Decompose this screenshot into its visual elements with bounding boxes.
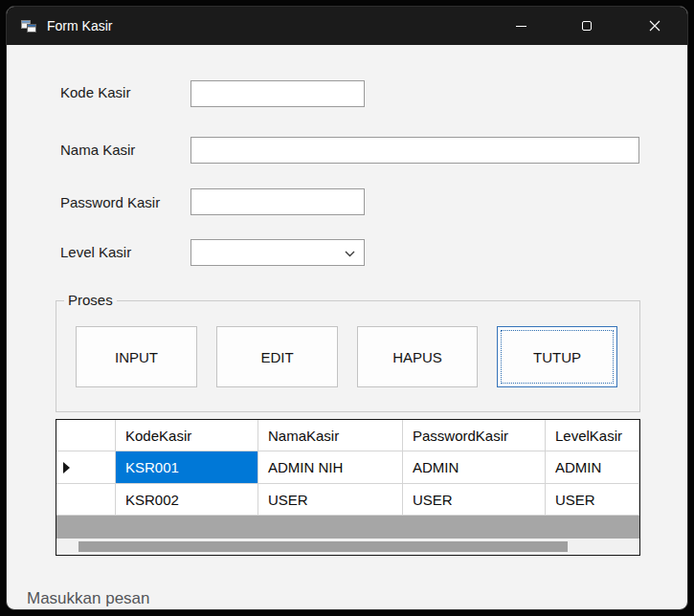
grid-cell[interactable]: USER bbox=[403, 484, 546, 516]
grid-row-header[interactable] bbox=[56, 484, 116, 516]
input-button[interactable]: INPUT bbox=[76, 326, 197, 387]
titlebar[interactable]: Form Kasir bbox=[7, 7, 687, 45]
grid-header-passwordkasir[interactable]: PasswordKasir bbox=[403, 420, 546, 451]
grid-corner-cell[interactable] bbox=[56, 420, 116, 451]
app-window: Form Kasir Kode Kasir Nama Kasir Passwor… bbox=[6, 6, 688, 610]
grid-horizontal-scrollbar[interactable] bbox=[56, 539, 639, 555]
grid-header-kodekasir[interactable]: KodeKasir bbox=[116, 420, 258, 451]
minimize-icon bbox=[516, 26, 526, 27]
kode-kasir-label: Kode Kasir bbox=[60, 84, 130, 101]
minimize-button[interactable] bbox=[499, 7, 543, 45]
grid-cell[interactable]: ADMIN bbox=[546, 451, 639, 484]
background-message-text: Masukkan pesan bbox=[27, 589, 150, 608]
tutup-button[interactable]: TUTUP bbox=[497, 326, 617, 387]
grid-header-namakasir[interactable]: NamaKasir bbox=[258, 420, 403, 451]
level-kasir-label: Level Kasir bbox=[60, 244, 131, 261]
maximize-button[interactable] bbox=[565, 7, 609, 45]
grid-row: KSR002 USER USER USER bbox=[56, 484, 639, 516]
kode-kasir-input[interactable] bbox=[190, 80, 365, 107]
grid-cell-selected[interactable]: KSR001 bbox=[116, 451, 258, 484]
password-kasir-label: Password Kasir bbox=[60, 194, 160, 211]
nama-kasir-input[interactable] bbox=[190, 137, 639, 164]
maximize-icon bbox=[582, 21, 592, 31]
grid-cell[interactable]: USER bbox=[258, 484, 403, 516]
grid-row: KSR001 ADMIN NIH ADMIN ADMIN bbox=[56, 451, 639, 484]
grid-cell[interactable]: ADMIN NIH bbox=[258, 451, 403, 484]
grid-header-row: KodeKasir NamaKasir PasswordKasir LevelK… bbox=[56, 420, 639, 451]
level-kasir-combobox[interactable] bbox=[190, 239, 365, 266]
grid-row-header-current[interactable] bbox=[56, 451, 116, 484]
app-icon bbox=[20, 16, 37, 33]
close-icon bbox=[649, 20, 660, 32]
grid-cell[interactable]: USER bbox=[546, 484, 639, 516]
hapus-button[interactable]: HAPUS bbox=[357, 326, 478, 387]
kasir-data-grid: KodeKasir NamaKasir PasswordKasir LevelK… bbox=[56, 419, 640, 556]
password-kasir-input[interactable] bbox=[190, 188, 365, 215]
nama-kasir-label: Nama Kasir bbox=[60, 142, 135, 159]
grid-header-levelkasir[interactable]: LevelKasir bbox=[546, 420, 639, 451]
proses-groupbox-title: Proses bbox=[64, 292, 117, 308]
edit-button[interactable]: EDIT bbox=[216, 326, 338, 387]
current-row-arrow-icon bbox=[62, 462, 71, 473]
chevron-down-icon[interactable] bbox=[345, 251, 355, 257]
close-button[interactable] bbox=[633, 7, 677, 45]
grid-cell[interactable]: KSR002 bbox=[116, 484, 258, 516]
window-title: Form Kasir bbox=[47, 18, 112, 33]
grid-cell[interactable]: ADMIN bbox=[403, 451, 546, 484]
scrollbar-thumb[interactable] bbox=[78, 541, 568, 552]
